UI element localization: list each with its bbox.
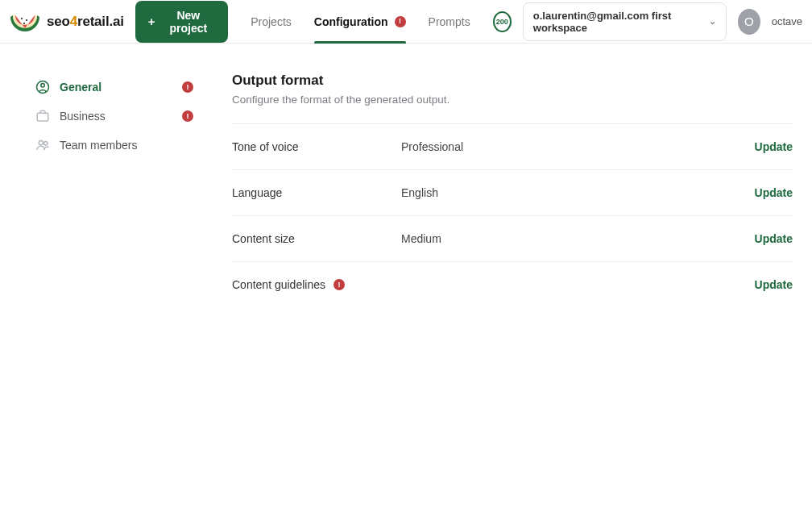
workspace-selector[interactable]: o.laurentin@gmail.com first workspace ⌄	[523, 2, 727, 41]
update-button[interactable]: Update	[755, 186, 793, 199]
svg-point-2	[23, 22, 25, 23]
username-label: octave	[772, 15, 802, 27]
chevron-down-icon: ⌄	[709, 16, 716, 27]
plus-icon: +	[148, 15, 155, 27]
sidebar-item-team-members[interactable]: Team members	[29, 131, 200, 160]
row-key: Language	[232, 186, 401, 199]
new-project-label: New project	[161, 9, 215, 35]
sidebar-item-label: General	[60, 81, 172, 94]
sidebar-item-label: Business	[60, 110, 172, 123]
nav-tabs: Projects Configuration ! Prompts	[251, 0, 470, 44]
row-key: Content guidelines !	[232, 278, 401, 291]
avatar[interactable]: O	[738, 9, 760, 35]
content: Output format Configure the format of th…	[232, 73, 793, 307]
alert-icon: !	[395, 16, 406, 27]
page-description: Configure the format of the generated ou…	[232, 94, 793, 106]
row-key-text: Content size	[232, 232, 295, 245]
topbar: seo4retail.ai + New project Projects Con…	[0, 0, 812, 44]
tab-label: Prompts	[429, 15, 470, 28]
row-key-text: Tone of voice	[232, 140, 299, 153]
logo-text: seo4retail.ai	[47, 14, 124, 30]
logo[interactable]: seo4retail.ai	[8, 10, 124, 33]
svg-rect-5	[37, 113, 48, 121]
row-key: Content size	[232, 232, 401, 245]
row-value: Medium	[401, 232, 755, 245]
row-tone-of-voice: Tone of voice Professional Update	[232, 124, 793, 170]
new-project-button[interactable]: + New project	[135, 1, 229, 43]
row-key-text: Language	[232, 186, 282, 199]
user-circle-icon	[35, 80, 50, 94]
avatar-initial: O	[744, 15, 754, 28]
update-button[interactable]: Update	[755, 232, 793, 245]
svg-point-6	[39, 140, 43, 144]
alert-icon: !	[182, 81, 193, 93]
briefcase-icon	[35, 109, 50, 123]
svg-point-1	[26, 19, 27, 20]
sidebar-item-general[interactable]: General !	[29, 73, 200, 102]
update-button[interactable]: Update	[755, 140, 793, 153]
credits-value: 200	[496, 18, 508, 26]
svg-point-0	[21, 17, 23, 19]
tab-configuration[interactable]: Configuration !	[314, 0, 406, 44]
row-key-text: Content guidelines	[232, 278, 325, 291]
main: General ! Business ! Team members Output…	[0, 44, 812, 307]
tab-projects[interactable]: Projects	[251, 0, 292, 44]
row-key: Tone of voice	[232, 140, 401, 153]
update-button[interactable]: Update	[755, 278, 793, 291]
svg-point-7	[44, 142, 48, 146]
workspace-label: o.laurentin@gmail.com first workspace	[533, 10, 701, 34]
row-value: Professional	[401, 140, 755, 153]
tab-prompts[interactable]: Prompts	[429, 0, 470, 44]
row-content-guidelines: Content guidelines ! Update	[232, 262, 793, 307]
sidebar-item-label: Team members	[60, 139, 172, 152]
sidebar-item-business[interactable]: Business !	[29, 102, 200, 131]
alert-icon: !	[334, 279, 345, 290]
logo-text-accent: 4	[70, 14, 77, 29]
svg-point-4	[41, 84, 45, 88]
tab-label: Configuration	[314, 15, 388, 28]
row-content-size: Content size Medium Update	[232, 216, 793, 262]
watermelon-logo-icon	[8, 10, 42, 33]
credits-badge[interactable]: 200	[493, 11, 512, 32]
sidebar: General ! Business ! Team members	[29, 73, 200, 307]
tab-label: Projects	[251, 15, 292, 28]
row-value: English	[401, 186, 755, 199]
logo-text-pre: seo	[47, 14, 70, 29]
alert-icon: !	[182, 110, 193, 122]
users-icon	[35, 138, 50, 152]
row-language: Language English Update	[232, 170, 793, 216]
page-title: Output format	[232, 73, 793, 89]
logo-text-post: retail.ai	[77, 14, 124, 29]
